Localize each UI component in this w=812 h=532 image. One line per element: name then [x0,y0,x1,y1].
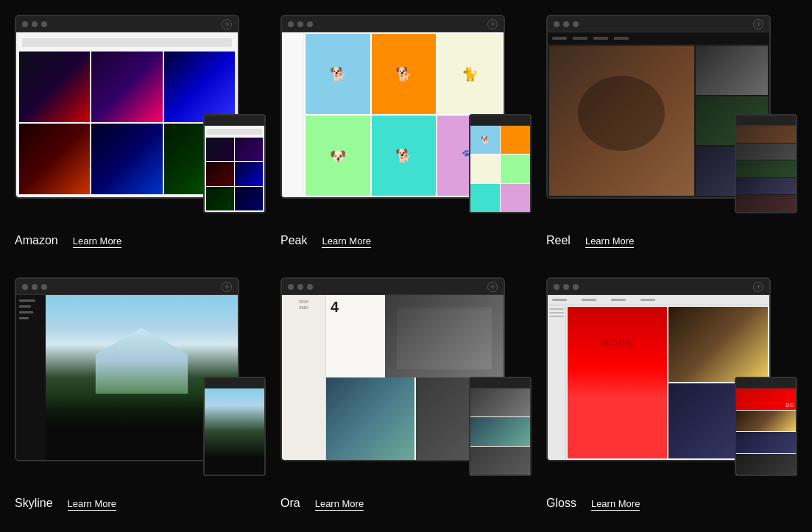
dot-2 [563,21,569,27]
dot-2 [32,284,38,290]
otc-3 [470,447,530,475]
ora-name: Ora [280,497,300,510]
skyline-sidebar [16,295,46,460]
reel-tablet-titlebar [736,116,796,126]
atc-3 [206,162,234,185]
gloss-nav-3 [611,299,626,301]
dot-2 [32,21,38,27]
ora-tablet-titlebar [470,378,530,389]
rtc-3 [736,160,796,177]
dot-3 [41,284,47,290]
dot-2 [297,284,303,290]
reel-learn-more-button[interactable]: Learn More [585,235,634,248]
ptc-3 [470,155,500,182]
reel-device-wrapper: ⊕ [546,15,797,213]
gloss-sidebar [548,305,566,460]
atc-1 [206,138,234,161]
ora-heading-area: 4 [326,295,385,377]
peak-footer: Peak Learn More [280,228,532,248]
ora-ext-icon: ⊕ [487,282,498,292]
peak-ext-icon: ⊕ [487,19,498,29]
gloss-footer: Gloss Learn More [546,491,797,511]
amazon-cell-1 [19,52,90,122]
otc-1 [470,389,530,416]
ora-device-wrapper: ⊕ GRAZNO 4 [280,277,532,476]
amazon-cell-3 [164,52,235,122]
ora-top-section: 4 [326,295,504,377]
dot-1 [554,21,559,27]
skyline-nav-4 [19,317,29,319]
template-card-skyline: ⊕ Skyline Learn Mo [15,277,266,511]
amazon-learn-more-button[interactable]: Learn More [73,235,121,248]
gloss-tablet-grid [736,389,796,475]
gloss-sidebar-3 [549,316,564,317]
reel-side-1 [696,46,768,95]
amazon-tablet-screen [205,126,264,212]
peak-tablet-screen [470,126,530,212]
peak-cell-5 [372,116,437,196]
skyline-footer: Skyline Learn More [15,491,266,511]
ptc-6 [501,184,530,212]
gloss-cell-2 [668,307,768,382]
skyline-name: Skyline [15,497,53,510]
template-grid: ⊕ [15,15,797,511]
atc-5 [206,187,234,210]
gloss-cell-1 [568,307,667,458]
peak-learn-more-button[interactable]: Learn More [322,235,370,248]
ptc-4 [501,155,530,182]
ora-sidebar: GRAZNO [282,295,326,460]
gloss-learn-more-button[interactable]: Learn More [591,498,640,511]
reel-nav-4 [614,37,629,40]
amazon-tablet-grid [206,138,263,210]
skyline-learn-more-button[interactable]: Learn More [68,498,116,511]
peak-cell-3 [437,34,502,114]
peak-name: Peak [280,234,307,247]
gtc-1 [736,389,796,410]
dot-2 [297,21,303,27]
amazon-name: Amazon [15,234,58,247]
reel-titlebar: ⊕ [548,16,769,32]
dot-3 [307,21,313,27]
gloss-sidebar-1 [549,308,564,310]
reel-nav [548,32,769,44]
skyline-nav-3 [19,311,33,313]
ora-tablet-screen [470,389,530,475]
peak-titlebar: ⊕ [282,16,504,32]
gloss-nav-2 [582,299,596,301]
dot-1 [554,284,559,290]
amazon-ext-icon: ⊕ [222,19,232,29]
skyline-ext-icon: ⊕ [222,282,232,292]
reel-ext-icon: ⊕ [753,19,763,29]
ptc-5 [470,184,500,212]
template-card-amazon: ⊕ [15,15,266,248]
reel-nav-3 [593,37,608,40]
skyline-tablet-frame [203,377,266,476]
dot-1 [288,21,294,27]
template-card-reel: ⊕ [546,15,797,248]
ora-photo-main [385,295,504,377]
dot-1 [22,284,28,290]
reel-tablet-screen [736,126,796,212]
skyline-titlebar: ⊕ [16,279,238,295]
gloss-titlebar: ⊕ [548,279,769,295]
amazon-tablet-titlebar [205,116,264,126]
reel-nav-1 [552,37,567,40]
gloss-tablet-frame [735,377,797,476]
ora-heading-text: 4 [331,299,381,314]
gloss-nav [548,295,769,305]
template-card-peak: ⊕ [280,15,532,248]
ora-footer: Ora Learn More [280,491,532,511]
gtc-3 [736,432,796,453]
peak-tablet-grid [470,126,530,212]
ora-learn-more-button[interactable]: Learn More [315,498,364,511]
amazon-tablet-frame [203,114,266,213]
reel-tablet-frame [735,114,797,213]
amazon-cell-5 [91,124,162,194]
skyline-tablet-titlebar [205,378,264,389]
gloss-tablet-titlebar [736,378,796,389]
dot-2 [563,284,569,290]
rtc-1 [736,126,796,143]
dot-1 [288,284,294,290]
gloss-nav-1 [552,299,567,301]
ora-titlebar: ⊕ [282,279,504,295]
